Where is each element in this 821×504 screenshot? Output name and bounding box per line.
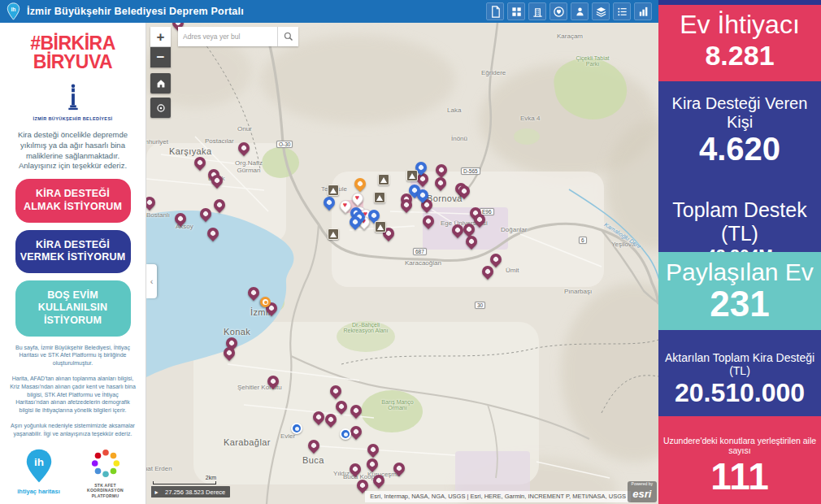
map-marker-pin-purple[interactable] bbox=[350, 463, 361, 475]
zoom-out-button[interactable]: − bbox=[150, 47, 171, 67]
kira-destegi-almak-button[interactable]: KİRA DESTEĞİ ALMAK İSTİYORUM bbox=[15, 179, 131, 222]
map-canvas[interactable]: KarşıyakaBornovaİzmirKonakKarabağlarBuca… bbox=[146, 23, 658, 504]
map-marker-pin-purple[interactable] bbox=[393, 463, 405, 474]
home-icon bbox=[155, 78, 167, 89]
search-icon bbox=[284, 32, 293, 41]
map-marker-pin-purple[interactable] bbox=[474, 214, 485, 225]
stat-aktarilan-destek: Aktarılan Toplam Kira Desteği (TL) 20.51… bbox=[658, 330, 821, 416]
map-marker-pin-purple[interactable] bbox=[325, 414, 337, 425]
map-marker-pin-purple[interactable] bbox=[330, 385, 341, 397]
scale-bar: 2km bbox=[153, 475, 216, 484]
locate-button[interactable] bbox=[150, 98, 171, 118]
header-toolbar bbox=[486, 2, 652, 20]
map-marker-pin-blue[interactable] bbox=[417, 189, 428, 201]
left-panel: #BİRKİRA BİRYUVA İZMİR BÜYÜKŞEHİR BELEDİ… bbox=[0, 23, 146, 504]
kira-destegi-vermek-button[interactable]: KİRA DESTEĞİ VERMEK İSTİYORUM bbox=[15, 230, 131, 273]
map-marker-pin-purple[interactable] bbox=[373, 475, 384, 486]
map-attribution: Esri, Intermap, NASA, NGA, USGS | Esri, … bbox=[365, 491, 631, 502]
map-marker-square-tent[interactable] bbox=[406, 170, 418, 181]
map-marker-pin-purple[interactable] bbox=[224, 347, 235, 358]
search-input[interactable] bbox=[178, 27, 277, 46]
chevron-left-icon: ‹ bbox=[150, 276, 154, 286]
legend-list-icon[interactable] bbox=[613, 2, 631, 20]
map-marker-pin-purple[interactable] bbox=[367, 458, 378, 470]
map-marker-pin-purple[interactable] bbox=[238, 142, 250, 154]
map-marker-pin-purple[interactable] bbox=[435, 177, 446, 189]
map-marker-pin-purple[interactable] bbox=[200, 208, 211, 219]
map-marker-pin-purple[interactable] bbox=[423, 215, 434, 227]
map-marker-pin-purple[interactable] bbox=[452, 224, 463, 236]
map-marker-pin-purple[interactable] bbox=[313, 411, 324, 423]
map-marker-pin-purple[interactable] bbox=[336, 401, 347, 412]
map-marker-pin-purple[interactable] bbox=[214, 199, 225, 211]
coordinates-toggle[interactable]: ▸ bbox=[151, 486, 162, 497]
zoom-controls: + − bbox=[150, 27, 171, 67]
fine-print-3: Aşırı yoğunluk nedeniyle sistemimizde ak… bbox=[10, 422, 136, 438]
map-marker-circle-blue[interactable] bbox=[340, 428, 351, 440]
person-icon[interactable] bbox=[571, 2, 589, 20]
chart-columns-icon[interactable] bbox=[634, 2, 652, 20]
map-marker-pin-heart[interactable] bbox=[340, 200, 351, 211]
map-marker-pin-purple[interactable] bbox=[194, 157, 206, 168]
map-marker-square-tent[interactable] bbox=[375, 221, 386, 232]
map-marker-pin-blue[interactable] bbox=[350, 216, 361, 228]
map-marker-pin-purple[interactable] bbox=[401, 199, 412, 211]
ihtiyac-haritasi-logo[interactable]: ih ihtiyaç haritası bbox=[15, 448, 63, 495]
esri-logo: Powered by esri bbox=[628, 481, 657, 502]
search-widget bbox=[178, 27, 298, 46]
map-marker-pin-purple[interactable] bbox=[350, 405, 362, 416]
map-marker-pin-purple[interactable] bbox=[267, 376, 279, 387]
map-marker-pin-purple[interactable] bbox=[248, 287, 259, 298]
building-icon[interactable] bbox=[528, 2, 546, 20]
stat-kira-destegi: Kira Desteği Veren Kişi 4.620 Toplam Des… bbox=[658, 81, 821, 252]
app: ih İzmir Büyükşehir Belediyesi Deprem Po… bbox=[0, 0, 821, 504]
svg-text:ih: ih bbox=[11, 7, 16, 12]
basemap-grid-icon[interactable] bbox=[507, 2, 525, 20]
map-marker-cluster-orange[interactable] bbox=[260, 297, 271, 307]
stat-ev-ihtiyaci: Ev İhtiyacı 8.281 bbox=[658, 5, 821, 81]
map-marker-pin-purple[interactable] bbox=[367, 444, 379, 455]
map-marker-square-tent[interactable] bbox=[328, 185, 339, 196]
map-marker-pin-purple[interactable] bbox=[146, 197, 155, 208]
home-button[interactable] bbox=[150, 73, 171, 93]
svg-text:ih: ih bbox=[33, 456, 43, 468]
stats-panel: Ev İhtiyacı 8.281 Kira Desteği Veren Kiş… bbox=[658, 0, 821, 504]
map-marker-pin-purple[interactable] bbox=[490, 254, 502, 265]
map-marker-pin-heart[interactable] bbox=[352, 193, 363, 204]
map-marker-pin-orange[interactable] bbox=[354, 178, 366, 189]
map-marker-pin-purple[interactable] bbox=[357, 480, 368, 491]
map-marker-pin-purple[interactable] bbox=[417, 173, 428, 185]
stk-afet-platformu-logo[interactable]: STK AFET KOORDİNASYON PLATFORMU bbox=[80, 448, 132, 499]
app-title: İzmir Büyükşehir Belediyesi Deprem Porta… bbox=[27, 6, 244, 17]
map-marker-pin-purple[interactable] bbox=[458, 185, 470, 197]
top-bar: ih İzmir Büyükşehir Belediyesi Deprem Po… bbox=[0, 0, 658, 23]
search-button[interactable] bbox=[277, 27, 298, 46]
map-marker-square-tent[interactable] bbox=[378, 174, 389, 185]
map-marker-pin-purple[interactable] bbox=[463, 224, 475, 235]
map-marker-square-tent[interactable] bbox=[374, 192, 385, 203]
ih-pin-icon: ih bbox=[25, 448, 53, 484]
locate-icon bbox=[155, 102, 167, 114]
document-icon[interactable] bbox=[486, 2, 504, 20]
municipality-logo: İZMİR BÜYÜKŞEHİR BELEDİYESİ bbox=[0, 82, 146, 122]
map-marker-pin-purple[interactable] bbox=[207, 228, 219, 239]
zoom-in-button[interactable]: + bbox=[150, 27, 171, 47]
map-marker-pin-purple[interactable] bbox=[308, 440, 319, 451]
map-marker-circle-blue[interactable] bbox=[291, 423, 302, 434]
clock-tower-icon bbox=[64, 82, 82, 111]
map-marker-pin-purple[interactable] bbox=[175, 213, 186, 224]
heart-badge-icon[interactable] bbox=[550, 2, 567, 20]
fine-print-1: Bu sayfa, İzmir Büyükşehir Belediyesi, İ… bbox=[10, 344, 136, 367]
map-marker-pin-purple[interactable] bbox=[350, 426, 362, 437]
map-marker-pin-purple[interactable] bbox=[482, 266, 493, 277]
map-marker-pin-purple[interactable] bbox=[436, 164, 447, 176]
map-marker-pin-blue[interactable] bbox=[368, 210, 380, 221]
map-marker-square-tent[interactable] bbox=[328, 228, 339, 240]
map-marker-pin-blue[interactable] bbox=[324, 197, 335, 208]
bos-evim-kullanilsin-button[interactable]: BOŞ EVİM KULLANILSIN İSTİYORUM bbox=[15, 280, 131, 337]
map-marker-pin-purple[interactable] bbox=[211, 175, 223, 186]
fine-print-2: Harita, AFAD'tan alınan toplanma alanlar… bbox=[10, 375, 136, 415]
layers-icon[interactable] bbox=[592, 2, 610, 20]
map-marker-pin-purple[interactable] bbox=[466, 236, 477, 247]
panel-collapse-tab[interactable]: ‹ bbox=[146, 264, 157, 298]
